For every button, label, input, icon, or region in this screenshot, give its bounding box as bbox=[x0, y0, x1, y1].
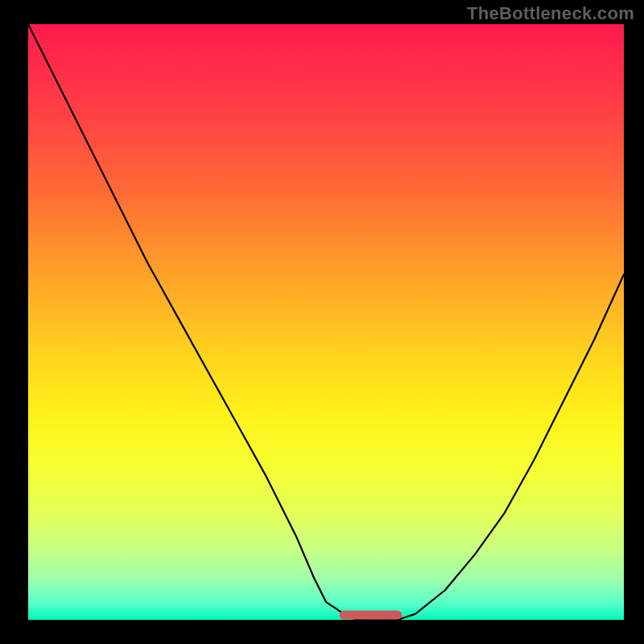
plot-area bbox=[28, 24, 624, 620]
curve-layer bbox=[28, 24, 624, 620]
watermark-text: TheBottleneck.com bbox=[467, 3, 634, 24]
bottleneck-curve bbox=[28, 24, 624, 620]
chart-frame: TheBottleneck.com bbox=[0, 0, 644, 644]
